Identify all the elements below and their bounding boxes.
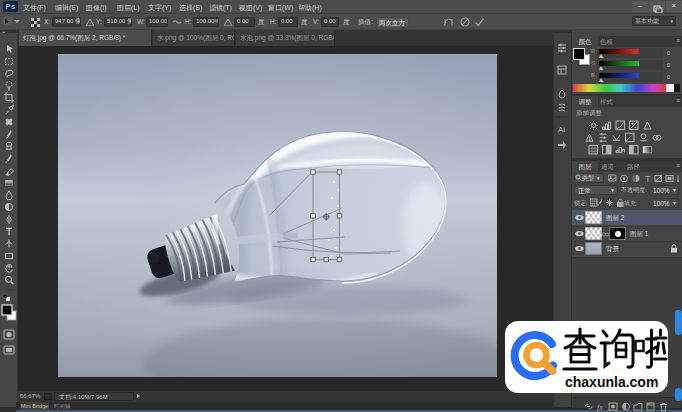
svg-text:T: T <box>645 174 651 183</box>
svg-text:Ai: Ai <box>558 125 565 134</box>
svg-text:fx: fx <box>597 403 603 412</box>
svg-text:chaxunla.com: chaxunla.com <box>565 374 658 390</box>
